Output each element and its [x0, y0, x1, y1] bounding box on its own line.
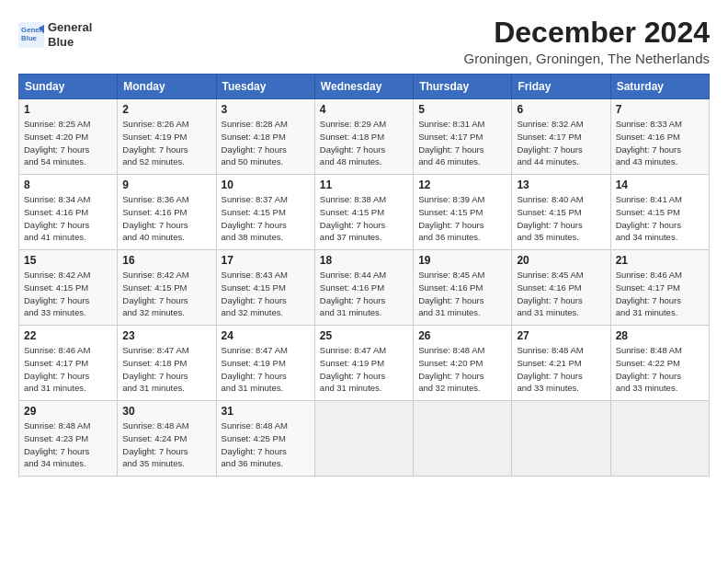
- day-number: 13: [517, 178, 605, 191]
- calendar-cell: 17Sunrise: 8:43 AM Sunset: 4:15 PM Dayli…: [216, 250, 314, 326]
- day-info: Sunrise: 8:31 AM Sunset: 4:17 PM Dayligh…: [418, 119, 484, 167]
- day-number: 15: [24, 254, 112, 267]
- day-info: Sunrise: 8:32 AM Sunset: 4:17 PM Dayligh…: [517, 119, 583, 167]
- day-info: Sunrise: 8:29 AM Sunset: 4:18 PM Dayligh…: [320, 119, 386, 167]
- calendar-cell: [314, 401, 413, 477]
- day-info: Sunrise: 8:47 AM Sunset: 4:19 PM Dayligh…: [222, 345, 288, 393]
- day-info: Sunrise: 8:48 AM Sunset: 4:25 PM Dayligh…: [222, 420, 288, 468]
- day-info: Sunrise: 8:36 AM Sunset: 4:16 PM Dayligh…: [122, 194, 188, 242]
- weekday-header-sunday: Sunday: [19, 75, 118, 99]
- calendar-cell: 14Sunrise: 8:41 AM Sunset: 4:15 PM Dayli…: [610, 175, 709, 250]
- weekday-header-saturday: Saturday: [610, 75, 709, 99]
- calendar-cell: 5Sunrise: 8:31 AM Sunset: 4:17 PM Daylig…: [414, 99, 512, 175]
- day-number: 17: [222, 254, 310, 267]
- logo-text-line2: Blue: [48, 35, 92, 50]
- day-number: 10: [222, 178, 310, 191]
- title-block: December 2024 Groningen, Groningen, The …: [464, 17, 710, 66]
- day-number: 29: [24, 405, 112, 418]
- calendar-cell: 15Sunrise: 8:42 AM Sunset: 4:15 PM Dayli…: [19, 250, 118, 326]
- day-number: 3: [222, 103, 310, 116]
- day-number: 12: [418, 178, 506, 191]
- weekday-header-thursday: Thursday: [414, 75, 512, 99]
- calendar-cell: 11Sunrise: 8:38 AM Sunset: 4:15 PM Dayli…: [314, 175, 413, 250]
- svg-text:Blue: Blue: [21, 34, 38, 42]
- calendar-cell: 9Sunrise: 8:36 AM Sunset: 4:16 PM Daylig…: [118, 175, 216, 250]
- day-info: Sunrise: 8:38 AM Sunset: 4:15 PM Dayligh…: [320, 194, 386, 242]
- calendar-cell: 22Sunrise: 8:46 AM Sunset: 4:17 PM Dayli…: [19, 326, 118, 401]
- day-number: 28: [616, 329, 704, 342]
- calendar-cell: 19Sunrise: 8:45 AM Sunset: 4:16 PM Dayli…: [414, 250, 512, 326]
- calendar-week-row: 1Sunrise: 8:25 AM Sunset: 4:20 PM Daylig…: [19, 99, 710, 175]
- calendar-cell: 18Sunrise: 8:44 AM Sunset: 4:16 PM Dayli…: [314, 250, 413, 326]
- calendar-cell: 29Sunrise: 8:48 AM Sunset: 4:23 PM Dayli…: [19, 401, 118, 477]
- day-number: 8: [24, 178, 112, 191]
- weekday-header-wednesday: Wednesday: [314, 75, 413, 99]
- day-info: Sunrise: 8:44 AM Sunset: 4:16 PM Dayligh…: [320, 270, 386, 317]
- calendar-cell: 30Sunrise: 8:48 AM Sunset: 4:24 PM Dayli…: [118, 401, 216, 477]
- day-number: 14: [616, 178, 704, 191]
- calendar-cell: 26Sunrise: 8:48 AM Sunset: 4:20 PM Dayli…: [414, 326, 512, 401]
- logo-text-line1: General: [48, 20, 92, 35]
- header: General Blue General Blue December 2024 …: [18, 17, 710, 66]
- day-info: Sunrise: 8:26 AM Sunset: 4:19 PM Dayligh…: [122, 119, 188, 167]
- calendar-cell: [610, 401, 709, 477]
- day-number: 2: [122, 103, 210, 116]
- calendar-table: SundayMondayTuesdayWednesdayThursdayFrid…: [18, 74, 710, 477]
- day-info: Sunrise: 8:37 AM Sunset: 4:15 PM Dayligh…: [222, 194, 288, 242]
- day-info: Sunrise: 8:43 AM Sunset: 4:15 PM Dayligh…: [222, 270, 288, 317]
- day-info: Sunrise: 8:42 AM Sunset: 4:15 PM Dayligh…: [24, 270, 90, 317]
- calendar-cell: [512, 401, 610, 477]
- calendar-cell: [414, 401, 512, 477]
- calendar-week-row: 8Sunrise: 8:34 AM Sunset: 4:16 PM Daylig…: [19, 175, 710, 250]
- calendar-cell: 25Sunrise: 8:47 AM Sunset: 4:19 PM Dayli…: [314, 326, 413, 401]
- calendar-cell: 12Sunrise: 8:39 AM Sunset: 4:15 PM Dayli…: [414, 175, 512, 250]
- calendar-week-row: 29Sunrise: 8:48 AM Sunset: 4:23 PM Dayli…: [19, 401, 710, 477]
- calendar-week-row: 22Sunrise: 8:46 AM Sunset: 4:17 PM Dayli…: [19, 326, 710, 401]
- calendar-cell: 4Sunrise: 8:29 AM Sunset: 4:18 PM Daylig…: [314, 99, 413, 175]
- day-info: Sunrise: 8:48 AM Sunset: 4:24 PM Dayligh…: [122, 420, 188, 468]
- day-number: 16: [122, 254, 210, 267]
- day-info: Sunrise: 8:34 AM Sunset: 4:16 PM Dayligh…: [24, 194, 90, 242]
- day-number: 19: [418, 254, 506, 267]
- calendar-cell: 1Sunrise: 8:25 AM Sunset: 4:20 PM Daylig…: [19, 99, 118, 175]
- day-number: 24: [222, 329, 310, 342]
- day-number: 25: [320, 329, 408, 342]
- day-info: Sunrise: 8:40 AM Sunset: 4:15 PM Dayligh…: [517, 194, 583, 242]
- day-number: 18: [320, 254, 408, 267]
- calendar-cell: 6Sunrise: 8:32 AM Sunset: 4:17 PM Daylig…: [512, 99, 610, 175]
- weekday-header-monday: Monday: [118, 75, 216, 99]
- day-info: Sunrise: 8:46 AM Sunset: 4:17 PM Dayligh…: [616, 270, 682, 317]
- calendar-cell: 16Sunrise: 8:42 AM Sunset: 4:15 PM Dayli…: [118, 250, 216, 326]
- calendar-cell: 28Sunrise: 8:48 AM Sunset: 4:22 PM Dayli…: [610, 326, 709, 401]
- day-info: Sunrise: 8:42 AM Sunset: 4:15 PM Dayligh…: [122, 270, 188, 317]
- calendar-cell: 21Sunrise: 8:46 AM Sunset: 4:17 PM Dayli…: [610, 250, 709, 326]
- day-number: 1: [24, 103, 112, 116]
- day-info: Sunrise: 8:45 AM Sunset: 4:16 PM Dayligh…: [418, 270, 484, 317]
- calendar-cell: 13Sunrise: 8:40 AM Sunset: 4:15 PM Dayli…: [512, 175, 610, 250]
- day-number: 22: [24, 329, 112, 342]
- calendar-cell: 10Sunrise: 8:37 AM Sunset: 4:15 PM Dayli…: [216, 175, 314, 250]
- day-info: Sunrise: 8:48 AM Sunset: 4:20 PM Dayligh…: [418, 345, 484, 393]
- day-number: 31: [222, 405, 310, 418]
- day-number: 27: [517, 329, 605, 342]
- calendar-cell: 24Sunrise: 8:47 AM Sunset: 4:19 PM Dayli…: [216, 326, 314, 401]
- day-info: Sunrise: 8:45 AM Sunset: 4:16 PM Dayligh…: [517, 270, 583, 317]
- day-number: 21: [616, 254, 704, 267]
- calendar-body: 1Sunrise: 8:25 AM Sunset: 4:20 PM Daylig…: [19, 99, 710, 477]
- page-container: General Blue General Blue December 2024 …: [0, 0, 728, 486]
- calendar-cell: 8Sunrise: 8:34 AM Sunset: 4:16 PM Daylig…: [19, 175, 118, 250]
- day-info: Sunrise: 8:48 AM Sunset: 4:23 PM Dayligh…: [24, 420, 90, 468]
- day-number: 26: [418, 329, 506, 342]
- calendar-cell: 31Sunrise: 8:48 AM Sunset: 4:25 PM Dayli…: [216, 401, 314, 477]
- calendar-cell: 7Sunrise: 8:33 AM Sunset: 4:16 PM Daylig…: [610, 99, 709, 175]
- day-info: Sunrise: 8:33 AM Sunset: 4:16 PM Dayligh…: [616, 119, 682, 167]
- day-info: Sunrise: 8:28 AM Sunset: 4:18 PM Dayligh…: [222, 119, 288, 167]
- day-number: 5: [418, 103, 506, 116]
- day-number: 6: [517, 103, 605, 116]
- day-number: 4: [320, 103, 408, 116]
- day-info: Sunrise: 8:48 AM Sunset: 4:22 PM Dayligh…: [616, 345, 682, 393]
- calendar-header-row: SundayMondayTuesdayWednesdayThursdayFrid…: [19, 75, 710, 99]
- day-info: Sunrise: 8:25 AM Sunset: 4:20 PM Dayligh…: [24, 119, 90, 167]
- day-number: 9: [122, 178, 210, 191]
- calendar-cell: 20Sunrise: 8:45 AM Sunset: 4:16 PM Dayli…: [512, 250, 610, 326]
